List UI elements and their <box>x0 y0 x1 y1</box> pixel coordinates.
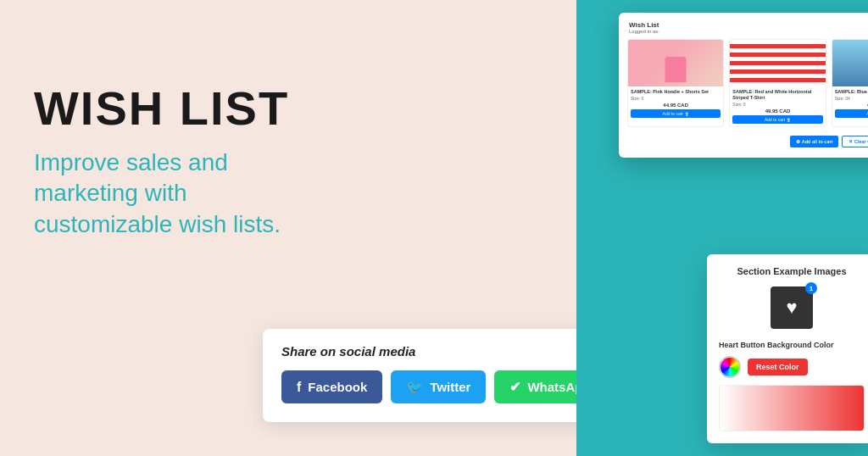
product-price-3: 49.95 CAD <box>835 103 868 108</box>
heart-icon-container: ♥ 1 <box>719 286 865 329</box>
add-to-cart-label-1: Add to cart <box>663 111 683 116</box>
reset-color-button[interactable]: Reset Color <box>748 359 808 375</box>
product-info-2: SAMPLE: Red and White Horizontal Striped… <box>730 86 825 126</box>
product-item: SAMPLE: Blue Sleeveless Coverall Size: 3… <box>832 39 868 127</box>
heart-bg-color-label: Heart Button Background Color <box>719 341 865 349</box>
heart-box: ♥ 1 <box>771 286 813 329</box>
facebook-button[interactable]: f Facebook <box>281 370 382 403</box>
color-controls: Reset Color <box>719 356 865 378</box>
add-to-cart-label-2: Add to cart <box>765 117 785 122</box>
wishlist-modal: Wish List Logged in as: ✕ SAMPLE: Pink H… <box>619 13 868 158</box>
product-name-3: SAMPLE: Blue Sleeveless Coverall <box>835 89 868 95</box>
page-subtitle: Improve sales andmarketing withcustomiza… <box>34 147 356 240</box>
heart-icon: ♥ <box>786 297 797 319</box>
twitter-icon: 🐦 <box>406 379 423 395</box>
add-all-to-cart-button[interactable]: ⊕ Add all to cart <box>790 136 838 147</box>
product-item: SAMPLE: Pink Hoodie + Shorts Set Size: 0… <box>627 39 724 127</box>
product-price-1: 44.95 CAD <box>631 103 721 108</box>
product-info-1: SAMPLE: Pink Hoodie + Shorts Set Size: 0… <box>628 86 723 120</box>
product-item: SAMPLE: Red and White Horizontal Striped… <box>729 39 826 127</box>
social-share-card: Share on social media f Facebook 🐦 Twitt… <box>263 329 593 422</box>
facebook-label: Facebook <box>308 380 367 394</box>
product-name-1: SAMPLE: Pink Hoodie + Shorts Set <box>631 89 721 95</box>
whatsapp-icon: ✔ <box>509 379 520 395</box>
modal-footer: ⊕ Add all to cart ✕ Clear wish list < Sh… <box>627 132 868 149</box>
facebook-icon: f <box>297 380 301 395</box>
social-buttons: f Facebook 🐦 Twitter ✔ WhatsApp <box>281 370 575 403</box>
right-panel: Wish List Logged in as: ✕ SAMPLE: Pink H… <box>576 0 868 456</box>
twitter-button[interactable]: 🐦 Twitter <box>391 370 486 403</box>
wishlist-badge: 1 <box>805 282 817 294</box>
product-image-1 <box>628 40 723 86</box>
modal-subtitle: Logged in as: <box>629 29 659 34</box>
modal-title-area: Wish List Logged in as: <box>629 21 659 34</box>
clear-wishlist-button[interactable]: ✕ Clear wish list <box>842 136 868 147</box>
left-panel: WISH LIST Improve sales andmarketing wit… <box>0 0 576 456</box>
product-image-3 <box>832 40 868 86</box>
section-panel: Section Example Images ♥ 1 Heart Button … <box>707 254 868 443</box>
add-to-cart-1[interactable]: Add to cart 🗑 <box>631 109 721 118</box>
product-size-2: Size: 0 <box>732 102 822 107</box>
trash-icon-2: 🗑 <box>787 117 791 122</box>
add-to-cart-3[interactable]: Add to cart 🗑 <box>835 109 868 118</box>
modal-title: Wish List <box>629 21 659 29</box>
add-to-cart-2[interactable]: Add to cart 🗑 <box>732 115 822 124</box>
modal-products: SAMPLE: Pink Hoodie + Shorts Set Size: 0… <box>627 39 868 127</box>
color-picker[interactable] <box>719 356 741 378</box>
product-name-2: SAMPLE: Red and White Horizontal Striped… <box>732 89 822 101</box>
color-gradient-bar <box>719 385 865 431</box>
social-share-label: Share on social media <box>281 344 575 359</box>
product-info-3: SAMPLE: Blue Sleeveless Coverall Size: 3… <box>832 86 868 120</box>
twitter-label: Twitter <box>430 380 470 394</box>
page-title: WISH LIST <box>34 85 542 132</box>
product-size-3: Size: 34 <box>835 96 868 101</box>
section-panel-title: Section Example Images <box>719 266 865 276</box>
product-price-2: 49.95 CAD <box>732 108 822 114</box>
product-size-1: Size: 0 <box>631 96 721 101</box>
trash-icon-1: 🗑 <box>685 111 689 116</box>
modal-header: Wish List Logged in as: ✕ <box>627 21 868 34</box>
product-image-2 <box>730 40 825 86</box>
